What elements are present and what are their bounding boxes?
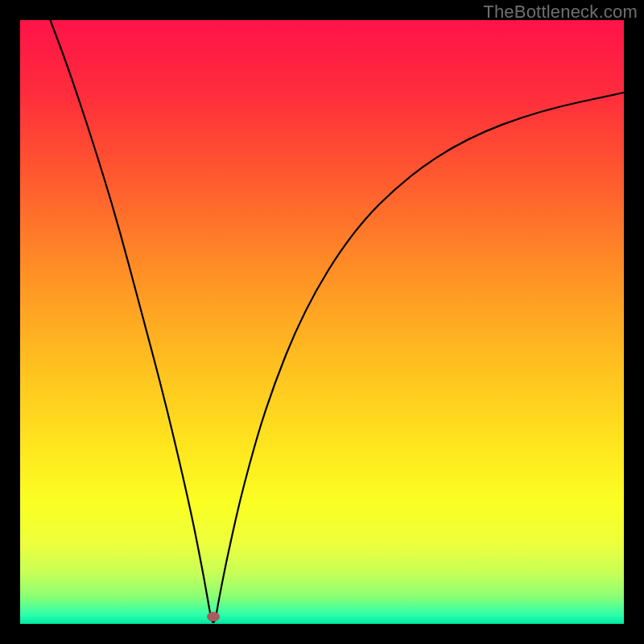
chart-frame: TheBottleneck.com: [0, 0, 644, 644]
curve-line: [20, 20, 624, 624]
notch-marker: [207, 612, 220, 621]
plot-area: [20, 20, 624, 624]
